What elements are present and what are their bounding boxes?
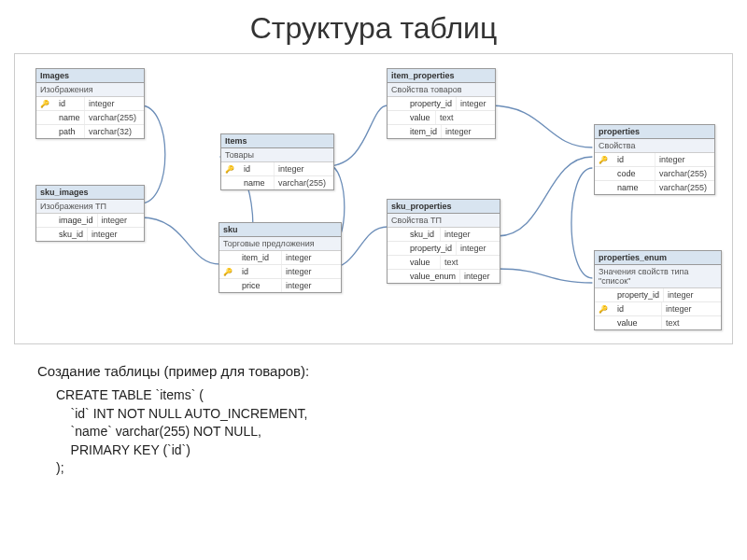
column-name: name bbox=[613, 181, 655, 194]
sql-code: CREATE TABLE `items` ( `id` INT NOT NULL… bbox=[56, 386, 691, 478]
blank-icon bbox=[36, 111, 55, 124]
column-type: integer bbox=[274, 162, 333, 175]
table-subtitle: Значения свойств типа "список" bbox=[595, 265, 721, 288]
table-subtitle: Торговые предложения bbox=[219, 237, 341, 251]
column-name: image_id bbox=[55, 214, 97, 227]
column-name: sku_id bbox=[55, 228, 87, 241]
column-name: id bbox=[55, 97, 84, 110]
table-sku-properties: sku_properties Свойства ТП sku_idinteger… bbox=[387, 199, 500, 284]
blank-icon bbox=[388, 256, 406, 269]
column-row: idinteger bbox=[219, 265, 341, 279]
column-row: image_idinteger bbox=[36, 214, 144, 228]
column-name: value bbox=[406, 256, 440, 269]
blank-icon bbox=[219, 251, 238, 264]
column-row: codevarchar(255) bbox=[595, 167, 714, 181]
column-type: integer bbox=[456, 97, 515, 110]
column-type: varchar(255) bbox=[274, 176, 333, 189]
column-type: integer bbox=[281, 251, 341, 264]
column-type: varchar(32) bbox=[84, 125, 144, 138]
table-subtitle: Свойства bbox=[595, 139, 714, 153]
sql-caption: Создание таблицы (пример для товаров): bbox=[37, 363, 710, 379]
table-properties-enum: properties_enum Значения свойств типа "с… bbox=[594, 250, 722, 330]
blank-icon bbox=[388, 228, 406, 241]
column-row: namevarchar(255) bbox=[221, 176, 333, 189]
column-row: sku_idinteger bbox=[36, 228, 144, 241]
blank-icon bbox=[388, 242, 406, 255]
column-type: integer bbox=[97, 214, 157, 227]
column-type: integer bbox=[441, 125, 500, 138]
column-name: property_id bbox=[406, 242, 456, 255]
column-type: text bbox=[661, 316, 721, 329]
column-row: namevarchar(255) bbox=[36, 111, 144, 125]
column-row: pathvarchar(32) bbox=[36, 125, 144, 138]
table-subtitle: Изображения bbox=[36, 83, 144, 97]
table-items: Items Товары idintegernamevarchar(255) bbox=[220, 133, 334, 190]
column-name: id bbox=[238, 265, 281, 278]
column-row: value_enuminteger bbox=[388, 270, 500, 283]
column-row: idinteger bbox=[595, 153, 714, 167]
column-row: item_idinteger bbox=[219, 251, 341, 265]
table-subtitle: Изображения ТП bbox=[36, 200, 144, 214]
blank-icon bbox=[595, 181, 613, 194]
blank-icon bbox=[388, 111, 406, 124]
column-type: integer bbox=[456, 242, 515, 255]
table-header: Items bbox=[221, 134, 333, 148]
column-type: integer bbox=[281, 279, 341, 292]
column-row: valuetext bbox=[388, 256, 500, 270]
column-name: sku_id bbox=[406, 228, 440, 241]
table-header: sku_images bbox=[36, 186, 144, 200]
column-name: id bbox=[613, 302, 661, 315]
blank-icon bbox=[595, 316, 613, 329]
column-row: sku_idinteger bbox=[388, 228, 500, 242]
blank-icon bbox=[221, 176, 240, 189]
column-name: property_id bbox=[406, 97, 456, 110]
column-row: item_idinteger bbox=[388, 125, 495, 138]
table-header: sku bbox=[219, 223, 341, 237]
column-name: id bbox=[240, 162, 274, 175]
page-title: Структура таблиц bbox=[0, 11, 747, 46]
column-name: code bbox=[613, 167, 655, 180]
blank-icon bbox=[388, 125, 406, 138]
key-icon bbox=[595, 302, 613, 315]
blank-icon bbox=[36, 125, 55, 138]
column-type: varchar(255) bbox=[655, 167, 714, 180]
column-name: property_id bbox=[613, 288, 663, 301]
blank-icon bbox=[595, 167, 613, 180]
column-type: integer bbox=[281, 265, 341, 278]
table-images: Images Изображения idintegernamevarchar(… bbox=[35, 68, 145, 139]
table-sku-images: sku_images Изображения ТП image_idintege… bbox=[35, 185, 145, 242]
column-row: property_idinteger bbox=[388, 97, 495, 111]
key-icon bbox=[36, 97, 55, 110]
blank-icon bbox=[219, 279, 238, 292]
column-row: idinteger bbox=[221, 162, 333, 176]
table-subtitle: Свойства ТП bbox=[388, 214, 500, 228]
column-row: namevarchar(255) bbox=[595, 181, 714, 194]
column-type: integer bbox=[84, 97, 144, 110]
column-type: integer bbox=[655, 153, 714, 166]
column-type: varchar(255) bbox=[84, 111, 144, 124]
column-row: property_idinteger bbox=[595, 288, 721, 302]
key-icon bbox=[219, 265, 238, 278]
column-type: varchar(255) bbox=[655, 181, 714, 194]
blank-icon bbox=[595, 288, 613, 301]
column-name: name bbox=[55, 111, 84, 124]
column-row: valuetext bbox=[595, 316, 721, 329]
column-type: integer bbox=[87, 228, 147, 241]
column-name: item_id bbox=[406, 125, 441, 138]
table-header: item_properties bbox=[388, 69, 495, 83]
column-type: text bbox=[435, 111, 495, 124]
table-subtitle: Свойства товаров bbox=[388, 83, 495, 97]
blank-icon bbox=[36, 214, 55, 227]
table-subtitle: Товары bbox=[221, 148, 333, 162]
column-name: value bbox=[613, 316, 661, 329]
key-icon bbox=[221, 162, 240, 175]
table-header: sku_properties bbox=[388, 200, 500, 214]
table-properties: properties Свойства idintegercodevarchar… bbox=[594, 124, 715, 195]
table-sku: sku Торговые предложения item_idintegeri… bbox=[218, 222, 342, 293]
column-name: name bbox=[240, 176, 274, 189]
blank-icon bbox=[36, 228, 55, 241]
blank-icon bbox=[388, 270, 406, 283]
column-name: id bbox=[613, 153, 655, 166]
column-type: integer bbox=[440, 228, 500, 241]
table-header: properties bbox=[595, 125, 714, 139]
